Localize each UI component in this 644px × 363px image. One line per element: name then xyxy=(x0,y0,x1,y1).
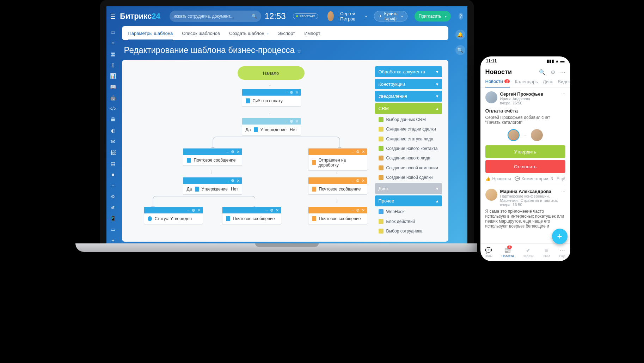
post-author[interactable]: Сергей Прокофьев xyxy=(500,91,558,97)
page-title: Редактирование шаблона бизнес-процесса☆ xyxy=(124,45,446,55)
more-link[interactable]: Ещё xyxy=(557,176,565,181)
star-icon[interactable]: ☆ xyxy=(297,48,301,54)
arrow-icon: ↓ xyxy=(269,81,271,87)
node-invoice[interactable]: –⚙✕ Счёт на оплату xyxy=(242,89,301,107)
mobile-tab-calendar[interactable]: Календарь xyxy=(515,79,538,87)
nav-item-plus-icon[interactable]: + xyxy=(110,237,116,243)
palette-item-webhook[interactable]: WebHook xyxy=(375,208,442,216)
decline-button[interactable]: Отклонить xyxy=(485,160,565,173)
user-name[interactable]: Сергей Петров xyxy=(340,11,360,22)
palette-item-select-employee[interactable]: Выбор сотрудника xyxy=(375,227,442,235)
palette-item-wait-deal[interactable]: Ожидание стадии сделки xyxy=(375,125,442,133)
tab-export[interactable]: Экспорт xyxy=(278,31,295,36)
palette-item-new-contact[interactable]: Создание нового контакта xyxy=(375,144,442,152)
like-button[interactable]: 👍Нравится xyxy=(485,176,511,181)
nav-item-home-icon[interactable]: ⌂ xyxy=(110,182,116,188)
node-start[interactable]: Начало xyxy=(238,66,305,80)
approve-button[interactable]: Утвердить xyxy=(485,145,565,158)
node-mail-1[interactable]: –⚙✕ Почтовое сообщение xyxy=(183,148,242,166)
mobile-tab-video[interactable]: Видео1 xyxy=(558,79,570,87)
palette-header-crm[interactable]: CRM▴ xyxy=(375,103,442,114)
search-icon[interactable]: 🔍 xyxy=(539,69,546,75)
chevron-down-icon: ▾ xyxy=(436,69,438,74)
node-mail-4[interactable]: –⚙✕ Почтовое сообщение xyxy=(308,207,367,224)
nav-item-display-icon[interactable]: ▭ xyxy=(110,226,116,232)
chevron-down-icon: ▾ xyxy=(436,186,438,191)
mobile-mockup: 11:11 ▮▮▮▲▬ Новости 🔍 ⚙ ⋯ Новости3 Кален… xyxy=(477,53,574,265)
node-rework[interactable]: –⚙✕ Отправлен на доработку xyxy=(308,148,367,171)
chevron-up-icon: ▴ xyxy=(436,198,438,204)
palette-item-new-deal[interactable]: Создание новой сделки xyxy=(375,174,442,182)
mobile-tab-news[interactable]: Новости3 xyxy=(485,79,510,87)
filter-icon[interactable]: ⚙ xyxy=(551,69,555,75)
buy-plan-button[interactable]: ✈Купить тариф▾ xyxy=(374,11,407,22)
nav-item-robot-icon[interactable]: 🤖 xyxy=(110,95,116,101)
mobile-status-bar: 11:11 ▮▮▮▲▬ xyxy=(480,56,570,66)
workflow-canvas[interactable]: Начало ↓ –⚙✕ Счёт на оплату ↓ –⚙✕ ДаУтве… xyxy=(128,66,370,235)
nav-item-page-icon[interactable]: ▯ xyxy=(110,62,116,68)
node-status-approved[interactable]: –⚙✕ Статус: Утвержден xyxy=(144,207,203,224)
nav-more[interactable]: ⋯Ещё xyxy=(559,247,565,258)
nav-item-bank-icon[interactable]: 🏛 xyxy=(110,117,116,123)
node-mail-3[interactable]: –⚙✕ Почтовое сообщение xyxy=(222,207,281,224)
approver-avatar[interactable] xyxy=(508,129,520,141)
work-status-badge[interactable]: РАБОТАЮ xyxy=(293,13,319,19)
invite-button[interactable]: Пригласить▾ xyxy=(415,11,451,22)
nav-item-sitemap-icon[interactable]: ⚞ xyxy=(110,205,116,211)
palette-header-disk[interactable]: Диск▾ xyxy=(375,183,442,194)
node-mail-2[interactable]: –⚙✕ Почтовое сообщение xyxy=(308,177,367,195)
signal-icon: ▮▮▮ xyxy=(547,59,554,63)
brand-logo: Битрикс24 xyxy=(120,12,160,21)
nav-item-gear-icon[interactable]: ⚙ xyxy=(110,193,116,199)
nav-tasks[interactable]: ✔Задачи xyxy=(523,247,534,258)
palette-header-notifications[interactable]: Уведомления▾ xyxy=(375,91,442,102)
tab-template-list[interactable]: Список шаблонов xyxy=(182,31,220,36)
nav-item-clock-icon[interactable]: ◐ xyxy=(110,128,116,134)
more-icon[interactable]: ⋯ xyxy=(560,69,565,75)
palette-item-action-block[interactable]: Блок действий xyxy=(375,217,442,225)
nav-item-grid-icon[interactable]: ▦ xyxy=(110,51,116,57)
palette-header-other[interactable]: Прочее▴ xyxy=(375,195,442,206)
mobile-tabs: Новости3 Календарь Диск Видео1 xyxy=(480,79,570,88)
battery-icon: ▬ xyxy=(560,59,565,63)
search-icon[interactable]: 🔍 xyxy=(455,45,465,55)
tab-create-template[interactable]: Создать шаблон ▾ xyxy=(229,31,269,36)
palette-item-wait-lead[interactable]: Ожидание статуса лида xyxy=(375,135,442,143)
avatar[interactable] xyxy=(485,91,497,103)
chevron-down-icon: ▾ xyxy=(365,14,367,18)
tab-import[interactable]: Импорт xyxy=(304,31,320,36)
nav-item-chart-icon[interactable]: 📊 xyxy=(110,73,116,79)
palette-header-constructs[interactable]: Конструкции▾ xyxy=(375,79,442,90)
more-icon[interactable]: ⋯ xyxy=(561,189,565,207)
palette-item-crm-select[interactable]: Выбор данных CRM xyxy=(375,115,442,123)
nav-crm[interactable]: ≡CRM xyxy=(543,247,550,258)
avatar[interactable] xyxy=(485,189,497,201)
search-input[interactable]: искать сотрудника, документ... 🔍 xyxy=(170,11,261,22)
approver-avatar[interactable] xyxy=(531,129,543,141)
nav-item-image-icon[interactable]: 🖼 xyxy=(110,150,116,156)
more-icon[interactable]: ⋯ xyxy=(561,91,565,105)
palette-header-doc-processing[interactable]: Обработка документа▾ xyxy=(375,66,442,77)
nav-chats[interactable]: 💬Чаты xyxy=(485,247,492,258)
nav-item-mail-icon[interactable]: ✉ xyxy=(110,139,116,145)
palette-item-new-company[interactable]: Создание новой компании xyxy=(375,164,442,172)
tab-template-params[interactable]: Параметры шаблона xyxy=(128,31,173,40)
palette-item-new-lead[interactable]: Создание нового лида xyxy=(375,154,442,162)
post-author[interactable]: Марина Александрова xyxy=(500,189,558,194)
menu-icon[interactable] xyxy=(111,14,115,19)
nav-item-book-icon[interactable]: 📖 xyxy=(110,84,116,90)
comments-button[interactable]: 💬Комментарии: 3 xyxy=(515,176,553,181)
nav-item-window-icon[interactable]: ▭ xyxy=(110,29,116,35)
mobile-tab-disk[interactable]: Диск xyxy=(543,79,553,87)
nav-item-filter-icon[interactable]: ≡ xyxy=(110,40,116,46)
user-avatar[interactable] xyxy=(327,11,334,21)
nav-item-video-icon[interactable]: ■ xyxy=(110,171,116,177)
nav-item-code-icon[interactable]: </> xyxy=(110,106,116,112)
nav-item-calendar-icon[interactable]: ▤ xyxy=(110,161,116,167)
fab-add-button[interactable]: + xyxy=(552,229,568,244)
nav-item-phone-icon[interactable]: 📱 xyxy=(110,216,116,222)
help-icon[interactable]: ? xyxy=(459,13,463,20)
bell-icon[interactable]: 🔔 xyxy=(455,30,465,40)
nav-news[interactable]: 4📰Новости xyxy=(502,247,514,258)
search-icon: 🔍 xyxy=(252,14,257,19)
